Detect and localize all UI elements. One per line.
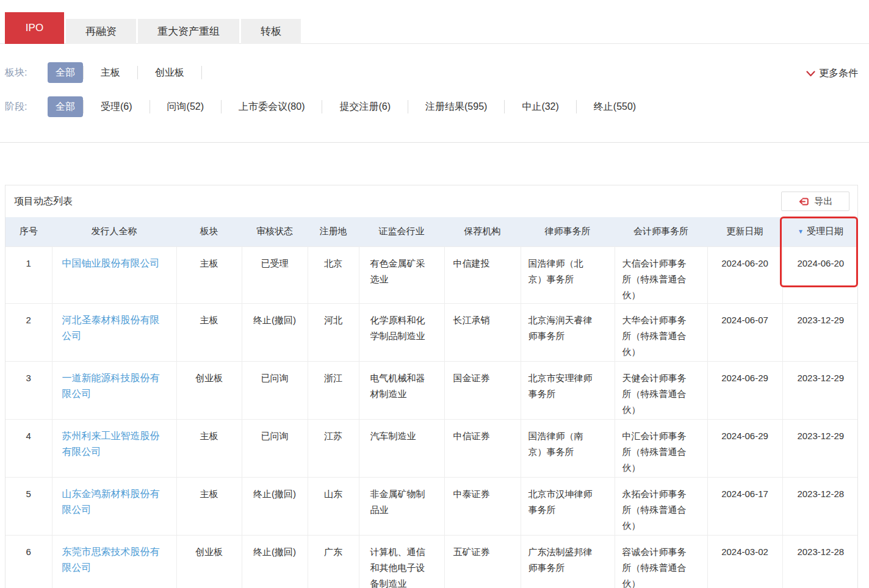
column-header-reg_location[interactable]: 注册地: [308, 217, 359, 246]
ipo-project-page: IPO再融资重大资产重组转板 板块: 全部主板创业板 更多条件 阶段: 全部受理…: [0, 0, 869, 588]
tab-major-asset-restructuring[interactable]: 重大资产重组: [138, 19, 239, 44]
table-row: 1中国铀业股份有限公司主板已受理北京有色金属矿采选业中信建投国浩律师（北京）事务…: [5, 246, 858, 303]
cell-board: 创业板: [176, 361, 242, 419]
cell-issuer: 苏州利来工业智造股份有限公司: [52, 419, 176, 477]
filter-option-stage-6[interactable]: 中止(32): [505, 96, 575, 117]
column-header-sponsor[interactable]: 保荐机构: [444, 217, 521, 246]
filter-option-board-2[interactable]: 创业板: [138, 62, 201, 83]
cell-industry: 汽车制造业: [359, 419, 444, 477]
cell-reg_location: 广东: [308, 535, 359, 588]
cell-issuer: 山东金鸿新材料股份有限公司: [52, 477, 176, 535]
cell-law_firm: 北京海润天睿律师事务所: [521, 303, 615, 361]
sort-descending-icon: ▼: [798, 228, 804, 235]
cell-status: 终止(撤回): [242, 535, 308, 588]
column-header-issuer[interactable]: 发行人全称: [52, 217, 176, 246]
cell-status: 终止(撤回): [242, 477, 308, 535]
column-header-label: 审核状态: [256, 226, 293, 236]
cell-status: 已问询: [242, 419, 308, 477]
column-header-accept_date[interactable]: ▼受理日期: [782, 217, 858, 246]
section-divider: [0, 142, 869, 143]
cell-industry: 非金属矿物制品业: [359, 477, 444, 535]
filter-option-stage-3[interactable]: 上市委会议(80): [222, 96, 322, 117]
export-label: 导出: [815, 196, 833, 207]
filter-option-stage-2[interactable]: 问询(52): [150, 96, 221, 117]
cell-reg_location: 河北: [308, 303, 359, 361]
cell-update_date: 2024-06-07: [707, 303, 782, 361]
issuer-link[interactable]: 河北圣泰材料股份有限公司: [62, 315, 160, 341]
cell-seq: 5: [5, 477, 52, 535]
board-filter-label: 板块:: [5, 66, 35, 79]
tab-board-transfer[interactable]: 转板: [241, 19, 301, 44]
table-header-row: 序号发行人全称板块审核状态注册地证监会行业保荐机构律师事务所会计师事务所更新日期…: [5, 217, 858, 246]
cell-board: 创业板: [176, 535, 242, 588]
cell-update_date: 2024-06-17: [707, 477, 782, 535]
tab-ipo[interactable]: IPO: [5, 12, 64, 44]
cell-accounting_firm: 中汇会计师事务所（特殊普通合伙）: [615, 419, 707, 477]
cell-seq: 4: [5, 419, 52, 477]
cell-board: 主板: [176, 419, 242, 477]
cell-industry: 有色金属矿采选业: [359, 246, 444, 303]
filter-option-stage-1[interactable]: 受理(6): [84, 96, 150, 117]
cell-issuer: 东莞市思索技术股份有限公司: [52, 535, 176, 588]
cell-reg_location: 浙江: [308, 361, 359, 419]
export-button[interactable]: 导出: [781, 192, 849, 211]
cell-accept_date: 2023-12-29: [782, 419, 858, 477]
column-header-label: 受理日期: [807, 226, 843, 236]
cell-law_firm: 广东法制盛邦律师事务所: [521, 535, 615, 588]
cell-accept_date: 2023-12-28: [782, 477, 858, 535]
cell-industry: 计算机、通信和其他电子设备制造业: [359, 535, 444, 588]
column-header-label: 证监会行业: [379, 226, 425, 236]
table-row: 3一道新能源科技股份有限公司创业板已问询浙江电气机械和器材制造业国金证券北京市安…: [5, 361, 858, 419]
board-filter-row: 板块: 全部主板创业板: [5, 62, 202, 84]
issuer-link[interactable]: 东莞市思索技术股份有限公司: [62, 547, 160, 573]
column-header-label: 板块: [200, 226, 218, 236]
filter-option-stage-4[interactable]: 提交注册(6): [322, 96, 408, 117]
tab-refinancing[interactable]: 再融资: [66, 19, 136, 44]
column-header-label: 律师事务所: [545, 226, 591, 236]
cell-issuer: 中国铀业股份有限公司: [52, 246, 176, 303]
table-row: 5山东金鸿新材料股份有限公司主板终止(撤回)山东非金属矿物制品业中泰证券北京市汉…: [5, 477, 858, 535]
more-conditions-button[interactable]: 更多条件: [806, 67, 858, 80]
column-header-law_firm[interactable]: 律师事务所: [521, 217, 615, 246]
cell-update_date: 2024-06-20: [707, 246, 782, 303]
option-separator: [201, 66, 202, 79]
top-tabs: IPO再融资重大资产重组转板: [5, 12, 303, 44]
cell-industry: 化学原料和化学制品制造业: [359, 303, 444, 361]
table-row: 6东莞市思索技术股份有限公司创业板终止(撤回)广东计算机、通信和其他电子设备制造…: [5, 535, 858, 588]
cell-status: 终止(撤回): [242, 303, 308, 361]
column-header-update_date[interactable]: 更新日期: [707, 217, 782, 246]
cell-seq: 1: [5, 246, 52, 303]
board-filter-options: 全部主板创业板: [48, 62, 202, 83]
table-row: 4苏州利来工业智造股份有限公司主板已问询江苏汽车制造业中信证券国浩律师（南京）事…: [5, 419, 858, 477]
card-title: 项目动态列表: [14, 195, 73, 208]
cell-sponsor: 中信证券: [444, 419, 521, 477]
column-header-industry[interactable]: 证监会行业: [359, 217, 444, 246]
column-header-accounting_firm[interactable]: 会计师事务所: [615, 217, 707, 246]
cell-sponsor: 中泰证券: [444, 477, 521, 535]
cell-law_firm: 北京市汉坤律师事务所: [521, 477, 615, 535]
filter-option-stage-0[interactable]: 全部: [48, 96, 83, 117]
column-header-seq[interactable]: 序号: [5, 217, 52, 246]
issuer-link[interactable]: 山东金鸿新材料股份有限公司: [62, 489, 160, 515]
column-header-label: 更新日期: [727, 226, 763, 236]
project-list-card: 项目动态列表 导出 序号发行人全称板块审核状态注册地证监会行业保荐机构律师事务所…: [5, 185, 858, 588]
filter-option-stage-5[interactable]: 注册结果(595): [408, 96, 504, 117]
column-header-status[interactable]: 审核状态: [242, 217, 308, 246]
issuer-link[interactable]: 中国铀业股份有限公司: [62, 258, 160, 268]
cell-board: 主板: [176, 477, 242, 535]
issuer-link[interactable]: 苏州利来工业智造股份有限公司: [62, 431, 160, 457]
issuer-link[interactable]: 一道新能源科技股份有限公司: [62, 373, 160, 399]
cell-accounting_firm: 大信会计师事务所（特殊普通合伙）: [615, 246, 707, 303]
more-conditions-label: 更多条件: [819, 67, 858, 80]
cell-update_date: 2024-06-29: [707, 419, 782, 477]
cell-law_firm: 国浩律师（南京）事务所: [521, 419, 615, 477]
cell-update_date: 2024-03-02: [707, 535, 782, 588]
cell-accept_date: 2024-06-20: [782, 246, 858, 303]
column-header-board[interactable]: 板块: [176, 217, 242, 246]
filter-option-board-0[interactable]: 全部: [48, 62, 83, 83]
cell-board: 主板: [176, 303, 242, 361]
column-header-label: 发行人全称: [92, 226, 137, 236]
filter-option-board-1[interactable]: 主板: [84, 62, 137, 83]
filter-option-stage-7[interactable]: 终止(550): [577, 96, 653, 117]
card-header: 项目动态列表 导出: [5, 185, 857, 217]
